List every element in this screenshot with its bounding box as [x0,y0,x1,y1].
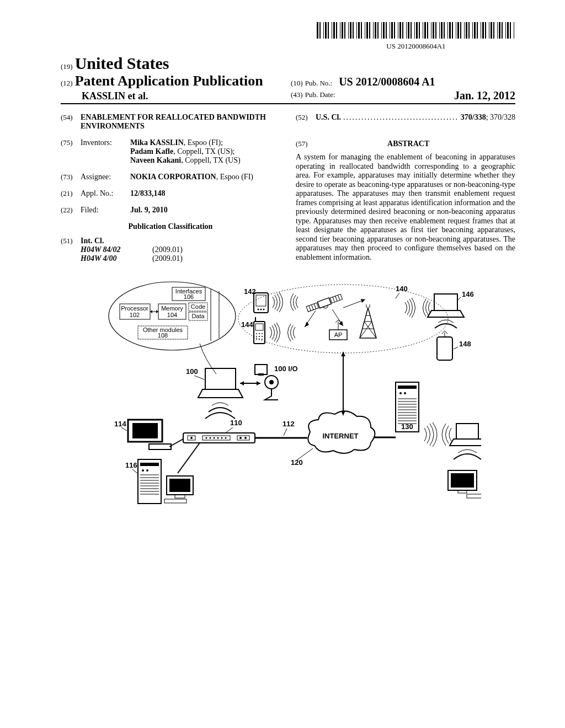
svg-rect-83 [255,324,263,330]
left-column: (54) ENABLEMENT FOR REALLOCATED BANDWIDT… [61,113,288,263]
fig-148: 148 [459,340,471,348]
code-12: (12) [61,79,73,87]
webcam-icon [265,376,278,400]
inventor-loc: , Coppell, TX (US); [173,147,234,156]
inventors-code: (75) [61,138,81,165]
svg-point-23 [206,437,207,439]
uscl-code: (52) [296,113,316,122]
inventor-loc: , Coppell, TX (US) [181,156,240,164]
svg-point-91 [259,339,260,340]
code-19: (19) [61,62,73,71]
tablet-icon [437,337,452,360]
svg-point-31 [244,437,247,439]
pub-class-heading: Publication Classification [61,222,280,231]
assignee-val: NOKIA CORPORATION, Espoo (FI) [130,173,280,181]
assignee-loc: , Espoo (FI) [216,173,253,181]
phone-icon [254,317,265,344]
svg-point-56 [399,392,402,394]
barcode-number: US 20120008604A1 [317,42,515,51]
assignee-label: Assignee: [81,173,130,181]
svg-point-28 [225,437,227,439]
code-10: (10) [291,79,303,87]
uscl-sec: ; 370/328 [486,113,515,121]
fig-interfaces-n: 106 [184,293,194,300]
content: (54) ENABLEMENT FOR REALLOCATED BANDWIDT… [61,113,515,263]
fig-processor-n: 102 [130,312,140,318]
assignee-code: (73) [61,173,81,181]
desktop-icon [164,476,193,503]
pubno: US 2012/0008604 A1 [334,76,435,88]
svg-rect-19 [183,433,255,443]
svg-marker-104 [339,321,343,326]
svg-marker-18 [257,381,260,386]
fig-memory: Memory [161,305,183,312]
svg-line-51 [178,443,200,473]
right-column: (52) U.S. Cl. ..........................… [288,113,515,263]
fig-code: Code [191,303,205,310]
inventors-list: Mika KASSLIN, Espoo (FI); Padam Kafle, C… [130,138,280,165]
authors-line: KASSLIN et al. [61,90,285,102]
abstract-text: A system for managing the enablement of … [296,153,515,262]
svg-point-24 [210,437,211,439]
fig-ap: AP [334,331,343,338]
pda-icon [254,293,268,313]
pubdate: Jan. 12, 2012 [454,89,515,102]
svg-marker-105 [361,299,365,303]
intcl-entry-date: (2009.01) [152,245,183,254]
svg-point-81 [263,309,265,311]
fig-112: 112 [282,420,295,428]
laptop-icon [428,294,464,317]
radio-waves-icon [273,292,283,312]
intcl-row: H04W 4/00 (2009.01) [61,254,280,263]
svg-point-89 [262,336,263,337]
fig-142: 142 [244,287,256,296]
abstract-code: (57) [296,140,308,148]
uscl-val: 370/338; 370/328 [461,113,515,122]
svg-marker-6 [156,310,158,313]
svg-point-26 [217,437,219,439]
fig-130: 130 [401,422,413,431]
applno-label: Appl. No.: [81,189,130,198]
svg-rect-29 [237,436,249,440]
svg-point-14 [269,380,274,384]
svg-rect-55 [398,386,417,389]
inventor-name: Mika KASSLIN [130,138,184,147]
tv-icon [128,420,162,442]
svg-rect-36 [140,463,159,466]
svg-rect-70 [451,473,474,488]
publication-type: Patent Application Publication [75,73,263,89]
svg-point-86 [262,333,263,334]
fig-116: 116 [125,461,137,469]
svg-rect-114 [434,294,457,311]
radio-waves-icon [405,298,415,318]
satellite-icon [306,293,343,314]
pubdate-label: Pub. Date: [305,90,335,99]
radio-waves-icon [270,323,280,342]
svg-line-98 [314,304,316,309]
invention-title: ENABLEMENT FOR REALLOCATED BANDWIDTH ENV… [81,113,280,131]
svg-rect-78 [256,295,266,306]
svg-point-84 [256,333,257,334]
fig-110: 110 [230,419,242,427]
svg-rect-12 [205,368,236,389]
svg-rect-115 [437,337,452,360]
fig-processor: Processor [121,305,148,312]
svg-line-102 [338,295,339,300]
svg-point-87 [256,336,257,337]
assignee-name: NOKIA CORPORATION [130,173,216,181]
svg-point-27 [221,437,223,439]
fig-146: 146 [462,290,474,298]
svg-rect-50 [164,499,186,503]
filed-date: Jul. 9, 2010 [130,206,280,215]
inventor-name: Padam Kafle [130,147,173,156]
svg-point-90 [256,339,257,340]
svg-point-76 [238,285,448,353]
svg-point-80 [260,309,262,311]
svg-point-30 [239,437,242,439]
fig-100: 100 [186,367,198,376]
svg-marker-75 [341,352,345,356]
inventor-name: Naveen Kakani [130,156,181,164]
router-icon [183,433,255,443]
svg-rect-33 [132,423,158,438]
laptop-100-icon [198,368,243,398]
